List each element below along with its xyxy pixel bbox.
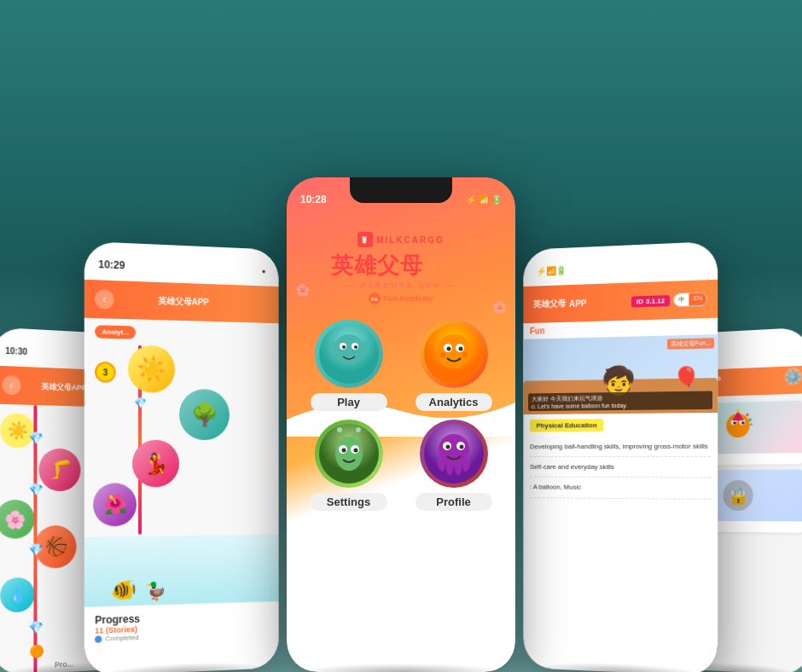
analytics-label: Analytics xyxy=(416,393,492,411)
svg-point-14 xyxy=(446,347,450,351)
back-button-left3[interactable]: ‹ xyxy=(2,375,20,395)
status-bar-left2: 10:29 ● xyxy=(84,241,279,287)
play-icon-circle xyxy=(315,320,383,388)
right2-screen-content: Fun 🧒 🎈 大家好 今天我们来玩气球游 o. Let's have some… xyxy=(523,318,718,672)
activity-legs: 🦵 xyxy=(38,449,80,492)
curriculum-item-2: Self-care and everyday skills xyxy=(530,457,711,478)
profile-label: Profile xyxy=(416,493,492,511)
gem2: 💎 xyxy=(28,483,43,496)
left2-screen-content: Analyt... 3 💎 💎 💎 ☀️ 🌳 💃 🌺 xyxy=(84,318,279,672)
left2-header: ‹ 英雄父母APP xyxy=(84,280,279,323)
phone-left2: 10:29 ● ‹ 英雄父母APP Analyt... xyxy=(84,241,279,672)
gem1: 💎 xyxy=(28,431,43,444)
phone-center: 10:28 ⚡ 📶 🔋 🥛 MILKCARGO xyxy=(287,177,515,672)
act-book-l2: 🌺 xyxy=(93,483,137,526)
svg-point-29 xyxy=(439,434,469,465)
svg-point-15 xyxy=(458,347,462,351)
lang-en[interactable]: EN xyxy=(689,293,706,306)
fun-academy-label: Fun Academy xyxy=(383,294,433,303)
video-caption: 大家好 今天我们来玩气球游 o. Let's have some balloon… xyxy=(528,391,712,411)
time-left3: 10:30 xyxy=(5,345,27,356)
watermark: 英雄父母Fun... xyxy=(667,338,714,349)
play-character-svg xyxy=(319,324,379,384)
activity-water: 💧 xyxy=(0,577,34,613)
svg-point-32 xyxy=(445,445,450,449)
play-label: Play xyxy=(311,393,387,411)
water-scene: 🐠 🦆 xyxy=(84,534,279,606)
menu-item-analytics[interactable]: Analytics xyxy=(405,320,502,411)
level-badge: 3 xyxy=(95,362,116,383)
left3-title: 英雄父母APP xyxy=(41,380,86,393)
placeholder-l2 xyxy=(251,304,269,305)
back-button-left2[interactable]: ‹ xyxy=(95,289,114,309)
svg-point-35 xyxy=(446,461,453,475)
menu-item-play[interactable]: Play xyxy=(300,320,397,411)
subject-badge: Physical Education xyxy=(530,419,604,432)
status-icons-left2: ● xyxy=(262,267,266,275)
lang-toggle[interactable]: 中 EN xyxy=(673,292,706,307)
menu-item-profile[interactable]: Profile xyxy=(405,420,502,511)
analytics-character-svg xyxy=(424,324,484,384)
phone-right2: ⚡📶🔋 英雄父母 APP ID 3.1.12 xyxy=(523,241,718,672)
svg-point-19 xyxy=(335,437,363,471)
logo-box: 🥛 xyxy=(357,232,373,247)
version: 3.1.12 xyxy=(646,297,665,305)
svg-point-23 xyxy=(353,449,357,453)
svg-rect-45 xyxy=(746,413,749,416)
wifi-signal: ⚡📶🔋 xyxy=(537,265,567,275)
svg-text:FA: FA xyxy=(371,297,378,302)
brand-name: MILKCARGO xyxy=(376,235,445,245)
fun-academy-container: FA Fun Academy xyxy=(369,293,433,304)
completed-dot xyxy=(95,635,102,642)
right2-header: 英雄父母 APP ID 3.1.12 中 EN xyxy=(523,280,718,323)
svg-point-6 xyxy=(342,345,346,349)
time-left2: 10:29 xyxy=(98,258,125,271)
gem-l2-2: 💎 xyxy=(134,397,147,408)
svg-point-36 xyxy=(455,461,462,475)
svg-point-11 xyxy=(437,334,471,368)
svg-point-16 xyxy=(440,352,445,357)
camera-dot-left2: ● xyxy=(262,267,266,275)
right2-header-right: ID 3.1.12 中 EN xyxy=(631,292,707,308)
svg-rect-47 xyxy=(750,423,753,426)
svg-point-25 xyxy=(337,427,342,432)
id-label: ID xyxy=(636,298,643,305)
profile-character-svg xyxy=(424,424,484,484)
curriculum-list: Developing ball-handling skills, improvi… xyxy=(523,436,718,499)
card1-creature xyxy=(718,406,759,449)
analytics-pill: Analyt... xyxy=(95,325,136,339)
video-thumbnail: 🧒 🎈 大家好 今天我们来玩气球游 o. Let's have some bal… xyxy=(523,334,718,414)
profile-icon-circle xyxy=(420,420,488,488)
right2-title-cn: 英雄父母 xyxy=(533,298,566,310)
right2-header-left: 英雄父母 APP xyxy=(533,297,586,310)
balloon: 🎈 xyxy=(672,365,700,392)
fun-academy-icon: FA xyxy=(369,293,381,304)
gem3: 💎 xyxy=(28,542,43,556)
lock-icon: 🔒 xyxy=(728,485,748,506)
flower-decor-1: 🌸 xyxy=(295,283,310,297)
lang-zh[interactable]: 中 xyxy=(674,293,689,306)
fish-emoji: 🐠 xyxy=(111,577,137,602)
settings-btn-right3[interactable]: ⚙️ xyxy=(785,368,802,385)
act-tree-l2: 🌳 xyxy=(179,389,230,440)
settings-icon-circle xyxy=(315,420,383,488)
time-right2: ⚡📶🔋 xyxy=(537,265,567,275)
milkcargo-logo: 🥛 MILKCARGO xyxy=(357,232,445,247)
time-center: 10:28 xyxy=(300,194,327,206)
svg-rect-46 xyxy=(748,418,752,421)
right2-title-app: APP xyxy=(569,298,586,309)
flower-decor-2: 🌸 xyxy=(492,300,507,314)
settings-label: Settings xyxy=(311,493,387,511)
menu-item-settings[interactable]: Settings xyxy=(300,420,397,511)
gem4: 💎 xyxy=(28,620,43,634)
left2-title: 英雄父母APP xyxy=(158,295,209,309)
app-title-tagline: — PARENTS APP — xyxy=(346,281,456,290)
activity-flower: 🌸 xyxy=(0,500,34,539)
act-dance-l2: 💃 xyxy=(132,440,179,488)
app-title-chinese: 英雄父母APP xyxy=(331,251,471,281)
curriculum-item-3: : A balloon, Music xyxy=(530,478,711,499)
menu-grid: Play xyxy=(287,311,515,519)
completed-text: Completed xyxy=(105,634,138,643)
signal-c: ⚡ 📶 🔋 xyxy=(466,195,502,205)
act-sun-l2: ☀️ xyxy=(128,345,175,392)
